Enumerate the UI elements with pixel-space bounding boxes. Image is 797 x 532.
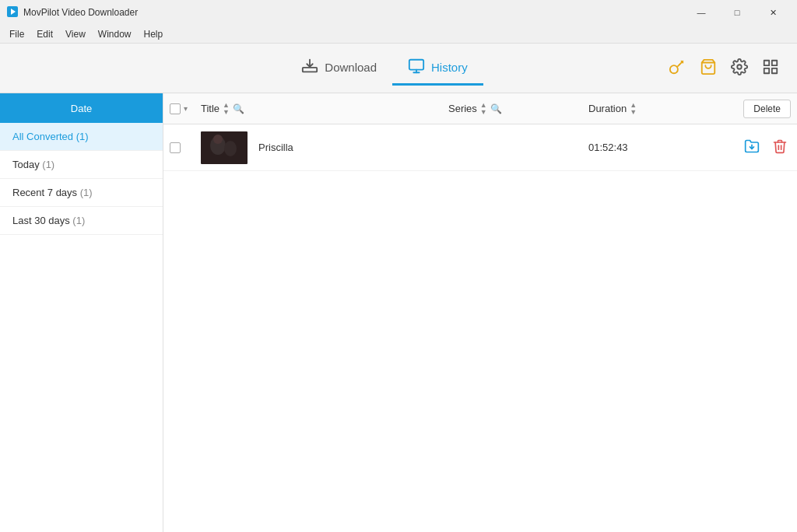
open-folder-icon bbox=[744, 138, 760, 156]
download-icon bbox=[301, 58, 318, 77]
menu-window[interactable]: Window bbox=[92, 27, 138, 41]
delete-button[interactable]: Delete bbox=[743, 100, 791, 118]
sidebar: Date All Converted (1) Today (1) Recent … bbox=[0, 93, 163, 532]
sidebar-item-all-count: (1) bbox=[76, 131, 89, 142]
row-check bbox=[170, 142, 201, 153]
tab-history-label: History bbox=[431, 61, 468, 74]
title-bar: MovPilot Video Downloader — □ ✕ bbox=[0, 0, 797, 25]
cart-icon bbox=[700, 58, 717, 78]
svg-point-20 bbox=[213, 135, 223, 144]
col-title-label: Title bbox=[201, 103, 219, 114]
svg-rect-4 bbox=[409, 59, 423, 69]
settings-icon bbox=[731, 58, 748, 78]
svg-rect-2 bbox=[303, 67, 317, 72]
svg-rect-15 bbox=[764, 68, 769, 73]
svg-rect-13 bbox=[764, 61, 769, 65]
svg-point-21 bbox=[224, 141, 237, 156]
menu-help[interactable]: Help bbox=[138, 27, 170, 41]
menu-view[interactable]: View bbox=[59, 27, 92, 41]
toolbar-right bbox=[663, 54, 785, 82]
menu-edit[interactable]: Edit bbox=[30, 27, 59, 41]
sidebar-item-last30-count: (1) bbox=[72, 215, 85, 226]
title-bar-controls: — □ ✕ bbox=[683, 0, 791, 25]
delete-row-button[interactable] bbox=[769, 135, 791, 159]
row-checkbox[interactable] bbox=[170, 142, 181, 153]
sidebar-item-today-label: Today bbox=[12, 159, 42, 170]
key-button[interactable] bbox=[663, 54, 691, 82]
title-bar-left: MovPilot Video Downloader bbox=[6, 5, 138, 20]
sidebar-item-last30[interactable]: Last 30 days (1) bbox=[0, 207, 163, 235]
col-duration-header: Duration ▲▼ bbox=[588, 102, 713, 116]
row-thumbnail bbox=[201, 131, 248, 164]
settings-button[interactable] bbox=[725, 54, 753, 82]
tab-download-label: Download bbox=[325, 61, 377, 74]
minimize-button[interactable]: — bbox=[683, 0, 719, 25]
sidebar-item-all-converted[interactable]: All Converted (1) bbox=[0, 123, 163, 151]
sidebar-header: Date bbox=[0, 93, 163, 123]
close-button[interactable]: ✕ bbox=[755, 0, 791, 25]
select-dropdown-arrow[interactable]: ▾ bbox=[184, 104, 188, 113]
title-sort-icon[interactable]: ▲▼ bbox=[223, 102, 230, 116]
history-icon bbox=[408, 58, 425, 77]
sidebar-item-today[interactable]: Today (1) bbox=[0, 151, 163, 179]
svg-rect-16 bbox=[772, 68, 777, 73]
open-folder-button[interactable] bbox=[741, 135, 763, 159]
col-check-header: ▾ bbox=[170, 103, 201, 114]
svg-rect-14 bbox=[772, 61, 777, 65]
sidebar-item-all-converted-label: All Converted bbox=[12, 131, 76, 142]
select-all-checkbox[interactable] bbox=[170, 103, 181, 114]
grid-button[interactable] bbox=[757, 54, 785, 82]
col-series-label: Series bbox=[448, 103, 477, 114]
content-area: ▾ Title ▲▼ 🔍 Series ▲▼ 🔍 Duration ▲▼ bbox=[163, 93, 797, 532]
main-layout: Date All Converted (1) Today (1) Recent … bbox=[0, 93, 797, 532]
app-logo-icon bbox=[6, 5, 19, 20]
svg-point-12 bbox=[737, 65, 742, 69]
tab-history[interactable]: History bbox=[392, 51, 483, 86]
menu-bar: File Edit View Window Help bbox=[0, 25, 797, 44]
svg-line-10 bbox=[678, 65, 679, 66]
sidebar-item-recent7-label: Recent 7 days bbox=[12, 187, 80, 198]
table-body: Priscilla 01:52:43 bbox=[163, 124, 797, 532]
row-title-col: Priscilla bbox=[201, 131, 448, 164]
series-search-icon[interactable]: 🔍 bbox=[490, 103, 502, 114]
key-icon bbox=[669, 58, 686, 78]
table-header: ▾ Title ▲▼ 🔍 Series ▲▼ 🔍 Duration ▲▼ bbox=[163, 93, 797, 124]
title-search-icon[interactable]: 🔍 bbox=[233, 103, 244, 114]
svg-point-7 bbox=[670, 65, 678, 73]
table-row: Priscilla 01:52:43 bbox=[163, 124, 797, 171]
maximize-button[interactable]: □ bbox=[719, 0, 755, 25]
col-series-header: Series ▲▼ 🔍 bbox=[448, 102, 588, 116]
toolbar: Download History bbox=[0, 44, 797, 93]
grid-icon bbox=[762, 58, 779, 78]
duration-sort-icon[interactable]: ▲▼ bbox=[630, 102, 637, 116]
row-duration-col: 01:52:43 bbox=[588, 142, 713, 153]
thumbnail-preview bbox=[201, 131, 248, 164]
tab-download[interactable]: Download bbox=[286, 51, 392, 86]
toolbar-tabs: Download History bbox=[286, 51, 483, 86]
col-actions-header: Delete bbox=[713, 100, 791, 118]
sidebar-item-recent7-count: (1) bbox=[80, 187, 93, 198]
menu-file[interactable]: File bbox=[3, 27, 30, 41]
app-title: MovPilot Video Downloader bbox=[23, 7, 138, 18]
svg-line-9 bbox=[681, 61, 683, 63]
cart-button[interactable] bbox=[694, 54, 722, 82]
sidebar-item-recent7[interactable]: Recent 7 days (1) bbox=[0, 179, 163, 207]
delete-row-icon bbox=[772, 138, 788, 156]
row-title-text: Priscilla bbox=[258, 142, 448, 153]
row-actions-col bbox=[713, 135, 791, 159]
sidebar-item-last30-label: Last 30 days bbox=[12, 215, 72, 226]
sidebar-item-today-count: (1) bbox=[42, 159, 54, 170]
series-sort-icon[interactable]: ▲▼ bbox=[480, 102, 487, 116]
col-title-header: Title ▲▼ 🔍 bbox=[201, 102, 448, 116]
col-duration-label: Duration bbox=[588, 103, 627, 114]
